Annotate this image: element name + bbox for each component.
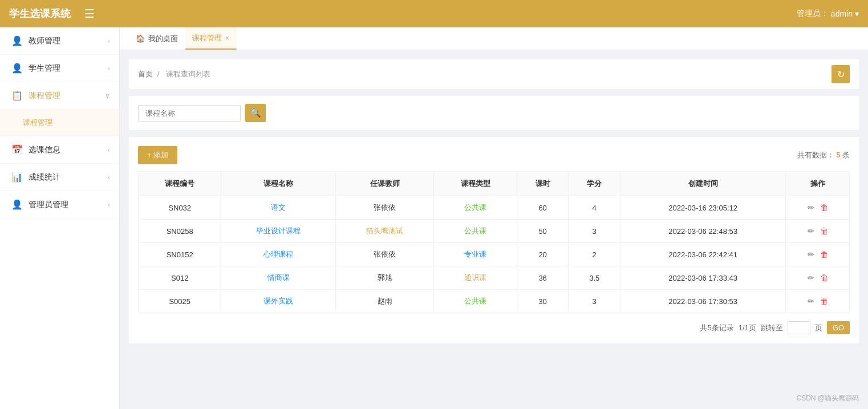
search-input[interactable] bbox=[138, 105, 241, 122]
sidebar-item-admin[interactable]: 👤 管理员管理 ‹ bbox=[0, 191, 119, 218]
delete-button[interactable]: 🗑 bbox=[820, 250, 828, 259]
sidebar-label-course-sub: 课程管理 bbox=[23, 118, 52, 128]
sidebar-item-student[interactable]: 👤 学生管理 ‹ bbox=[0, 55, 119, 82]
breadcrumb-home[interactable]: 首页 bbox=[138, 70, 153, 78]
cell-credit: 3 bbox=[569, 290, 620, 313]
breadcrumb-current: 课程查询列表 bbox=[166, 70, 210, 78]
header-row: 课程编号 课程名称 任课教师 课程类型 课时 学分 创建时间 操作 bbox=[139, 172, 850, 196]
pagination-total: 共5条记录 bbox=[700, 323, 733, 333]
count-text: 共有数据： 5 条 bbox=[797, 150, 850, 160]
table-row: S0025 课外实践 赵雨 公共课 30 3 2022-03-06 17:30:… bbox=[139, 290, 850, 313]
course-parent-icon: 📋 bbox=[11, 90, 23, 101]
sidebar-item-grade[interactable]: 📊 成绩统计 ‹ bbox=[0, 164, 119, 191]
cell-teacher: 张依依 bbox=[335, 196, 434, 220]
cell-name[interactable]: 心理课程 bbox=[221, 243, 335, 266]
table-row: SN0152 心理课程 张依依 专业课 20 2 2022-03-06 22:4… bbox=[139, 243, 850, 266]
sidebar-label-grade: 成绩统计 bbox=[29, 172, 60, 183]
username: admin bbox=[831, 9, 853, 18]
tab-home-label: 我的桌面 bbox=[148, 34, 178, 44]
sidebar-item-course-parent[interactable]: 📋 课程管理 ∨ bbox=[0, 82, 119, 110]
cell-id: S012 bbox=[139, 266, 221, 290]
cell-type: 公共课 bbox=[434, 220, 517, 243]
sidebar-label-student: 学生管理 bbox=[29, 63, 60, 74]
sidebar: 👤 教师管理 ‹ 👤 学生管理 ‹ 📋 课程管理 ∨ 课程管理 📅 选课信息 ‹… bbox=[0, 27, 120, 409]
cell-id: SN0152 bbox=[139, 243, 221, 266]
breadcrumb: 首页 / 课程查询列表 bbox=[138, 69, 213, 79]
pagination-page-suffix: 页 bbox=[815, 323, 822, 333]
edit-button[interactable]: ✏ bbox=[808, 226, 814, 236]
col-created: 创建时间 bbox=[620, 172, 786, 196]
cell-created: 2022-03-06 17:33:43 bbox=[620, 266, 786, 290]
delete-button[interactable]: 🗑 bbox=[820, 273, 828, 282]
refresh-button[interactable]: ↻ bbox=[832, 65, 850, 83]
cell-teacher: 张依依 bbox=[335, 243, 434, 266]
delete-button[interactable]: 🗑 bbox=[820, 226, 828, 236]
cell-id: SN032 bbox=[139, 196, 221, 220]
delete-button[interactable]: 🗑 bbox=[820, 203, 828, 212]
teacher-icon: 👤 bbox=[11, 35, 23, 46]
count-suffix: 条 bbox=[842, 151, 850, 159]
search-bar: 🔍 bbox=[129, 96, 859, 130]
cell-teacher: 赵雨 bbox=[335, 290, 434, 313]
cell-created: 2022-03-06 22:48:53 bbox=[620, 220, 786, 243]
tab-home[interactable]: 🏠 我的桌面 bbox=[129, 27, 185, 50]
count-prefix: 共有数据： bbox=[797, 151, 834, 159]
cell-name[interactable]: 毕业设计课程 bbox=[221, 220, 335, 243]
tab-course-close[interactable]: × bbox=[225, 34, 229, 42]
edit-button[interactable]: ✏ bbox=[808, 203, 814, 212]
col-type: 课程类型 bbox=[434, 172, 517, 196]
admin-icon: 👤 bbox=[11, 199, 23, 210]
col-action: 操作 bbox=[786, 172, 850, 196]
admin-arrow: ‹ bbox=[108, 201, 110, 209]
table-row: SN0258 毕业设计课程 猫头鹰测试 公共课 50 3 2022-03-06 … bbox=[139, 220, 850, 243]
sidebar-label-teacher: 教师管理 bbox=[29, 36, 60, 46]
sidebar-item-course-sub[interactable]: 课程管理 bbox=[0, 110, 119, 136]
cell-credit: 2 bbox=[569, 243, 620, 266]
search-button[interactable]: 🔍 bbox=[245, 104, 266, 122]
user-dropdown-icon[interactable]: ▾ bbox=[855, 9, 859, 18]
menu-toggle-button[interactable]: ☰ bbox=[84, 7, 95, 21]
watermark: CSDN @猫头鹰源码 bbox=[796, 394, 859, 403]
breadcrumb-row: 首页 / 课程查询列表 ↻ bbox=[129, 59, 859, 89]
main-content: 🏠 我的桌面 课程管理 × 首页 / 课程查询列表 ↻ bbox=[120, 27, 868, 409]
tab-bar: 🏠 我的桌面 课程管理 × bbox=[120, 27, 868, 50]
cell-type: 通识课 bbox=[434, 266, 517, 290]
cell-created: 2022-03-16 23:05:12 bbox=[620, 196, 786, 220]
sidebar-item-selection[interactable]: 📅 选课信息 ‹ bbox=[0, 136, 119, 164]
cell-hours: 36 bbox=[517, 266, 569, 290]
delete-button[interactable]: 🗑 bbox=[820, 297, 828, 306]
teacher-arrow: ‹ bbox=[108, 37, 110, 45]
course-table: 课程编号 课程名称 任课教师 课程类型 课时 学分 创建时间 操作 SN032 … bbox=[138, 171, 850, 313]
cell-action: ✏ 🗑 bbox=[786, 243, 850, 266]
selection-icon: 📅 bbox=[11, 144, 23, 155]
pagination-jump-label: 跳转至 bbox=[761, 323, 783, 333]
cell-teacher: 郭旭 bbox=[335, 266, 434, 290]
cell-name[interactable]: 课外实践 bbox=[221, 290, 335, 313]
cell-hours: 60 bbox=[517, 196, 569, 220]
cell-name[interactable]: 情商课 bbox=[221, 266, 335, 290]
cell-action: ✏ 🗑 bbox=[786, 266, 850, 290]
page-jump-input[interactable] bbox=[788, 321, 810, 334]
cell-credit: 3.5 bbox=[569, 266, 620, 290]
cell-name[interactable]: 语文 bbox=[221, 196, 335, 220]
sidebar-label-admin: 管理员管理 bbox=[29, 200, 68, 210]
edit-button[interactable]: ✏ bbox=[808, 273, 814, 282]
student-arrow: ‹ bbox=[108, 64, 110, 72]
col-name: 课程名称 bbox=[221, 172, 335, 196]
cell-type: 公共课 bbox=[434, 290, 517, 313]
cell-credit: 3 bbox=[569, 220, 620, 243]
tab-course[interactable]: 课程管理 × bbox=[185, 27, 237, 50]
col-id: 课程编号 bbox=[139, 172, 221, 196]
edit-button[interactable]: ✏ bbox=[808, 250, 814, 259]
cell-action: ✏ 🗑 bbox=[786, 196, 850, 220]
sidebar-item-teacher[interactable]: 👤 教师管理 ‹ bbox=[0, 27, 119, 55]
go-button[interactable]: GO bbox=[827, 321, 850, 334]
add-button[interactable]: + 添加 bbox=[138, 146, 177, 164]
table-row: S012 情商课 郭旭 通识课 36 3.5 2022-03-06 17:33:… bbox=[139, 266, 850, 290]
cell-teacher[interactable]: 猫头鹰测试 bbox=[335, 220, 434, 243]
cell-action: ✏ 🗑 bbox=[786, 220, 850, 243]
table-header: 课程编号 课程名称 任课教师 课程类型 课时 学分 创建时间 操作 bbox=[139, 172, 850, 196]
user-info: 管理员： admin ▾ bbox=[797, 9, 859, 19]
home-icon: 🏠 bbox=[136, 34, 145, 43]
edit-button[interactable]: ✏ bbox=[808, 297, 814, 306]
